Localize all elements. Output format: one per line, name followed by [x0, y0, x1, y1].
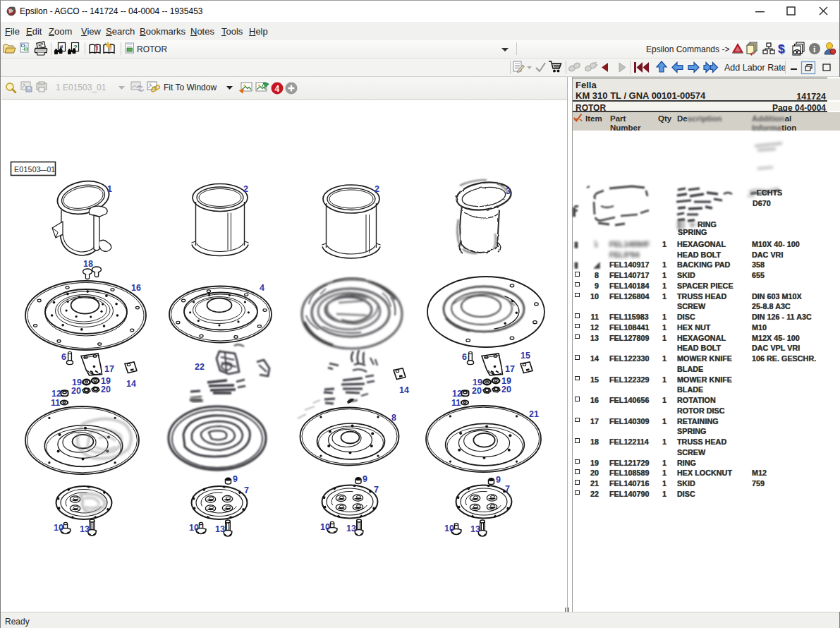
- svg-text:ROTOR: ROTOR: [137, 44, 167, 54]
- svg-text:4: 4: [275, 84, 280, 94]
- svg-text:10: 10: [189, 523, 199, 533]
- svg-text:21: 21: [529, 409, 539, 419]
- svg-text:14: 14: [399, 385, 409, 395]
- svg-text:9: 9: [496, 475, 501, 485]
- svg-text:20: 20: [101, 385, 111, 394]
- svg-text:7: 7: [505, 484, 510, 494]
- svg-text:9: 9: [363, 474, 367, 484]
- svg-text:—01: —01: [39, 165, 55, 174]
- svg-text:17: 17: [505, 364, 515, 374]
- svg-text:11: 11: [51, 398, 60, 408]
- svg-text:Fit To Window: Fit To Window: [164, 83, 217, 92]
- svg-text:1: 1: [107, 184, 112, 194]
- svg-text:7: 7: [244, 485, 249, 495]
- svg-text:20: 20: [71, 386, 81, 396]
- svg-text:2: 2: [375, 184, 379, 194]
- svg-text:13: 13: [470, 524, 480, 534]
- svg-text:11: 11: [451, 398, 461, 408]
- svg-text:3: 3: [506, 186, 511, 196]
- svg-text:2: 2: [243, 184, 248, 194]
- svg-text:17: 17: [104, 364, 114, 374]
- svg-text:$: $: [778, 42, 785, 56]
- svg-text:15: 15: [521, 351, 530, 361]
- svg-text:6: 6: [61, 352, 66, 362]
- svg-text:E01503: E01503: [14, 165, 41, 174]
- svg-text:4: 4: [260, 283, 264, 293]
- svg-text:Epsilon Commands ->: Epsilon Commands ->: [646, 44, 729, 54]
- svg-text:12: 12: [51, 389, 61, 399]
- svg-text:8: 8: [391, 413, 396, 423]
- svg-text:13: 13: [215, 524, 225, 534]
- svg-text:16: 16: [131, 283, 141, 293]
- svg-text:Add Labor Rate: Add Labor Rate: [724, 63, 786, 73]
- svg-text:6: 6: [462, 352, 467, 362]
- svg-text:20: 20: [472, 386, 482, 396]
- svg-text:7: 7: [374, 485, 379, 495]
- svg-text:10: 10: [444, 524, 454, 533]
- svg-text:20: 20: [501, 385, 511, 394]
- svg-text:13: 13: [80, 524, 90, 534]
- svg-text:10: 10: [54, 523, 63, 533]
- svg-text:10: 10: [320, 522, 330, 532]
- svg-text:9: 9: [233, 474, 238, 484]
- svg-text:18: 18: [83, 259, 93, 269]
- svg-text:13: 13: [346, 524, 356, 533]
- svg-text:22: 22: [195, 362, 205, 372]
- svg-text:1 E01503_01: 1 E01503_01: [56, 83, 106, 92]
- svg-text:14: 14: [126, 379, 136, 389]
- svg-text:12: 12: [452, 389, 462, 399]
